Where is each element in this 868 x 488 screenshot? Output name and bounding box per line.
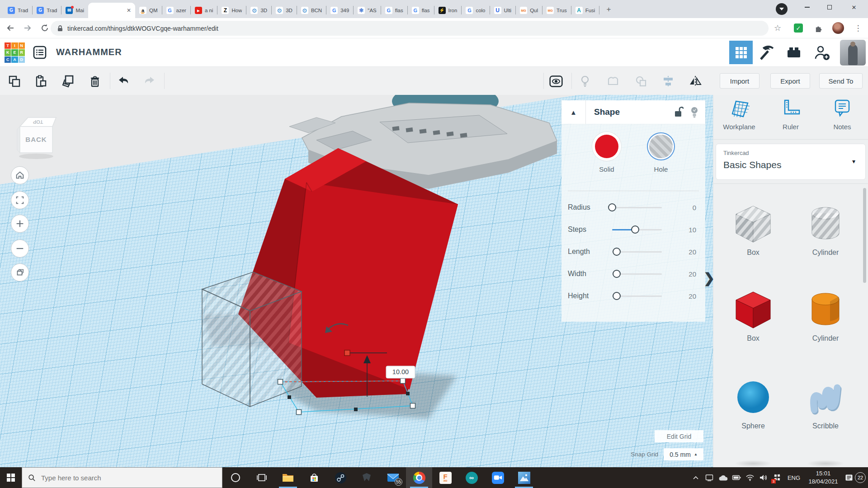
language-indicator[interactable]: ENG [784, 474, 804, 481]
browser-tab[interactable]: ZHow [217, 3, 246, 18]
taskbar-app-store[interactable] [301, 467, 327, 488]
ruler-tool[interactable]: Ruler [766, 99, 816, 131]
browser-tab[interactable]: Gcolo [462, 3, 489, 18]
brick-export-button[interactable] [784, 43, 804, 63]
search-input[interactable] [40, 474, 203, 482]
home-view-button[interactable] [11, 166, 29, 184]
shape-item-sphere[interactable]: Sphere [722, 376, 785, 430]
onedrive-icon[interactable] [716, 467, 730, 488]
taskbar-app-taskview[interactable] [249, 467, 275, 488]
undo-button[interactable] [117, 74, 131, 89]
slider-track[interactable] [612, 229, 662, 230]
taskbar-app-steam[interactable] [327, 467, 354, 488]
perspective-toggle-button[interactable] [11, 263, 29, 282]
collapse-panel-button[interactable]: ▲ [561, 100, 586, 124]
unlock-icon[interactable] [674, 106, 684, 118]
shape-item-hole-cylinder[interactable]: Cylinder [794, 202, 857, 257]
taskbar-app-explorer[interactable] [275, 467, 301, 488]
slider-track[interactable] [612, 273, 662, 275]
tray-expand-chevron[interactable] [689, 467, 703, 488]
back-button[interactable] [4, 21, 17, 35]
redo-button[interactable] [142, 74, 156, 89]
extensions-puzzle-icon[interactable] [812, 22, 825, 34]
tinkercad-logo[interactable]: TINKERCAD [5, 42, 25, 63]
snap-grid-dropdown[interactable]: 0.5 mm ▲ [664, 448, 703, 460]
wifi-icon[interactable] [743, 467, 757, 488]
delete-button[interactable] [88, 74, 102, 89]
browser-menu-button[interactable]: ⋮ [852, 22, 864, 34]
paste-button[interactable] [33, 74, 48, 89]
minecraft-export-button[interactable] [756, 43, 776, 63]
slider-knob[interactable] [613, 248, 621, 256]
align-button[interactable] [661, 74, 675, 89]
notes-tool[interactable]: Notes [817, 99, 867, 131]
send-to-button[interactable]: Send To [819, 73, 863, 89]
user-avatar[interactable] [840, 40, 866, 66]
browser-tab[interactable]: GTrad [33, 3, 61, 18]
taskbar-app-arduino[interactable]: ∞ [458, 467, 485, 488]
taskbar-app-photos[interactable] [511, 467, 537, 488]
edit-grid-button[interactable]: Edit Grid [655, 430, 703, 442]
shape-item-hole-box[interactable]: Box [722, 202, 785, 257]
browser-tab[interactable]: MGTrus [542, 3, 571, 18]
new-tab-button[interactable]: + [602, 3, 615, 16]
hole-box-object[interactable] [202, 272, 302, 407]
browser-tab[interactable]: AFusi [571, 3, 599, 18]
slider-knob[interactable] [613, 270, 621, 278]
browser-tab[interactable]: ▶a ni [191, 3, 217, 18]
browser-tab[interactable]: ✉Mai [61, 3, 88, 18]
collapse-sidebar-chevron[interactable]: ❯ [703, 270, 715, 286]
browser-tab[interactable]: MGQul [516, 3, 542, 18]
browser-tab[interactable]: ⚙BCN [297, 3, 326, 18]
copy-button[interactable] [7, 74, 22, 89]
browser-tab[interactable]: Gflas [381, 3, 407, 18]
browser-tab[interactable]: GTrad [4, 3, 32, 18]
taskbar-app-zoom[interactable] [485, 467, 511, 488]
import-button[interactable]: Import [720, 73, 760, 89]
export-button[interactable]: Export [770, 73, 810, 89]
slider-track[interactable] [612, 251, 662, 253]
browser-tab[interactable]: ✻"AS [354, 3, 380, 18]
mirror-button[interactable] [688, 74, 703, 89]
forward-button[interactable] [21, 21, 34, 35]
lights-button[interactable] [578, 74, 592, 89]
design-menu-button[interactable] [33, 45, 47, 60]
shape-item-scribble[interactable]: Scribble [794, 376, 857, 430]
fit-view-button[interactable] [11, 191, 29, 209]
browser-tab[interactable]: ⚡Iron [434, 3, 462, 18]
browser-tab[interactable]: UUlti [490, 3, 516, 18]
taskbar-app-chrome[interactable] [406, 467, 432, 488]
taskbar-app-mail[interactable]: 55 [380, 467, 406, 488]
slider-knob[interactable] [608, 203, 616, 211]
browser-tab[interactable]: aQM [135, 3, 162, 18]
action-center[interactable]: 22 [843, 472, 868, 483]
taskbar-clock[interactable]: 15:01 18/04/2021 [804, 469, 843, 485]
taskbar-search[interactable] [22, 467, 222, 488]
app-updates-icon[interactable]: 3 [770, 467, 784, 488]
browser-tab[interactable]: Gazer [162, 3, 190, 18]
window-maximize-button[interactable] [819, 0, 840, 14]
browser-profile-avatar[interactable] [832, 22, 844, 34]
blocks-view-button[interactable] [729, 41, 753, 64]
ungroup-button[interactable] [634, 74, 648, 89]
tab-close-button[interactable]: ✕ [127, 7, 131, 14]
slider-knob[interactable] [613, 292, 621, 300]
refresh-button[interactable] [38, 21, 52, 35]
window-close-button[interactable]: ✕ [844, 0, 864, 14]
shape-item-red-box[interactable]: Box [722, 288, 785, 343]
dimension-value[interactable]: 10.00 [392, 368, 409, 375]
slider-knob[interactable] [631, 225, 639, 234]
bookmark-star-icon[interactable]: ☆ [771, 22, 784, 34]
browser-tab[interactable]: Gflas [408, 3, 434, 18]
taskbar-app-cortana[interactable] [222, 467, 249, 488]
view-cube[interactable]: TOP BACK [10, 110, 62, 161]
design-title[interactable]: WARHAMMER [56, 47, 122, 57]
duplicate-button[interactable] [61, 74, 75, 89]
zoom-out-button[interactable] [11, 239, 29, 258]
window-minimize-button[interactable] [797, 0, 817, 14]
lightbulb-icon[interactable] [690, 106, 699, 118]
sidebar-scrollbar[interactable] [863, 188, 866, 283]
shape-library-dropdown[interactable]: Tinkercad Basic Shapes ▾ [716, 144, 866, 180]
start-button[interactable] [0, 467, 22, 488]
media-controls-button[interactable] [776, 3, 788, 15]
